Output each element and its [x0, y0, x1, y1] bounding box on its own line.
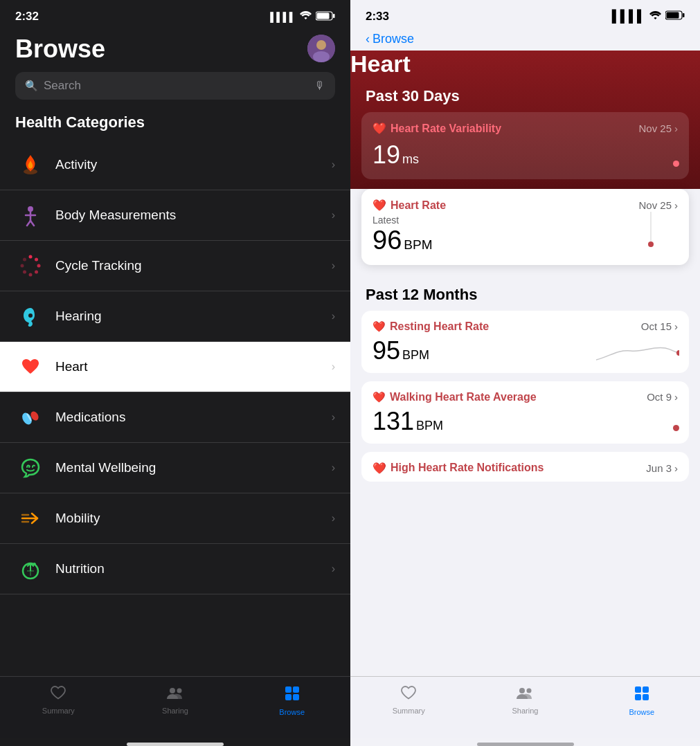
mic-icon[interactable]: 🎙: [314, 80, 325, 92]
svg-point-20: [23, 258, 26, 262]
right-summary-icon: [400, 685, 417, 704]
battery-icon: [316, 11, 335, 23]
chevron-icon: ›: [332, 310, 335, 322]
hrv-card-date: Nov 25 ›: [638, 122, 678, 134]
category-item-heart[interactable]: Heart ›: [0, 342, 350, 392]
category-item-mental-wellbeing[interactable]: Mental Wellbeing ›: [0, 443, 350, 493]
resting-heart-rate-card[interactable]: ❤️ Resting Heart Rate Oct 15 › 95BPM: [361, 311, 689, 373]
nav-item-browse[interactable]: Browse: [233, 682, 350, 719]
right-time: 2:33: [366, 10, 389, 24]
medications-icon: [15, 402, 46, 433]
high-heart-rate-card[interactable]: ❤️ High Heart Rate Notifications Jun 3 ›: [361, 452, 689, 482]
hrv-chevron-icon: ›: [674, 122, 678, 134]
search-input[interactable]: Search: [44, 79, 309, 93]
high-hr-card-title: ❤️ High Heart Rate Notifications: [373, 462, 544, 475]
avatar[interactable]: [307, 35, 335, 62]
svg-point-17: [29, 273, 33, 277]
right-nav-item-sharing[interactable]: Sharing: [467, 682, 583, 719]
past12-section-title: Past 12 Months: [350, 273, 700, 311]
walking-heart-rate-card[interactable]: ❤️ Walking Heart Rate Average Oct 9 › 13…: [361, 381, 689, 444]
category-item-nutrition[interactable]: Nutrition ›: [0, 544, 350, 594]
hrv-value: 19ms: [373, 140, 678, 170]
back-nav[interactable]: ‹ Browse: [350, 29, 700, 51]
right-battery-icon: [665, 10, 685, 24]
resting-chart: [596, 336, 679, 363]
high-hr-card-date: Jun 3 ›: [646, 462, 678, 474]
svg-point-18: [23, 271, 26, 274]
hrv-heart-icon: ❤️: [373, 122, 386, 135]
high-hr-chevron-icon: ›: [674, 462, 678, 474]
svg-point-5: [313, 51, 330, 62]
walking-dot: [673, 425, 679, 431]
chevron-icon: ›: [332, 462, 335, 474]
svg-rect-39: [667, 12, 679, 19]
left-status-icons: ▌▌▌▌: [270, 11, 335, 23]
right-wifi-icon: [649, 10, 661, 24]
svg-point-21: [28, 313, 33, 318]
category-name-body-measurements: Body Measurements: [55, 208, 332, 223]
left-bottom-nav: Summary Sharing: [0, 676, 350, 738]
heart-section-bg: Heart Past 30 Days ❤️ Heart Rate Variabi…: [350, 51, 700, 189]
svg-rect-33: [285, 686, 291, 693]
search-bar[interactable]: 🔍 Search 🎙: [15, 72, 335, 100]
body-measurements-icon: [15, 200, 46, 230]
hrv-card[interactable]: ❤️ Heart Rate Variability Nov 25 › 19ms: [361, 112, 689, 179]
svg-rect-2: [317, 12, 330, 19]
summary-icon: [50, 685, 66, 704]
svg-rect-48: [643, 694, 649, 700]
resting-card-header: ❤️ Resting Heart Rate Oct 15 ›: [373, 320, 678, 333]
category-name-hearing: Hearing: [55, 309, 332, 324]
hearing-icon: [15, 301, 46, 331]
right-home-indicator: [477, 743, 574, 746]
hrv-unit: ms: [402, 152, 419, 166]
nav-label-summary: Summary: [42, 707, 75, 715]
svg-point-43: [519, 688, 525, 693]
category-item-hearing[interactable]: Hearing ›: [0, 291, 350, 342]
hrv-card-title: ❤️ Heart Rate Variability: [373, 122, 501, 135]
category-name-mobility: Mobility: [55, 511, 332, 526]
sharing-icon: [166, 685, 184, 704]
past12-section: Past 12 Months ❤️ Resting Heart Rate Oct…: [350, 271, 700, 676]
nav-label-sharing: Sharing: [162, 707, 188, 715]
category-name-nutrition: Nutrition: [55, 561, 332, 576]
cycle-tracking-icon: [15, 251, 46, 281]
signal-icon: ▌▌▌▌: [270, 12, 296, 22]
category-name-activity: Activity: [55, 157, 332, 172]
category-item-body-measurements[interactable]: Body Measurements ›: [0, 190, 350, 241]
category-item-medications[interactable]: Medications ›: [0, 392, 350, 443]
back-button[interactable]: ‹ Browse: [366, 32, 685, 46]
category-name-mental-wellbeing: Mental Wellbeing: [55, 460, 332, 475]
left-time: 2:32: [15, 10, 39, 24]
right-nav-label-browse: Browse: [629, 708, 654, 716]
high-hr-heart-icon: ❤️: [373, 462, 386, 475]
nav-item-summary[interactable]: Summary: [0, 682, 117, 719]
resting-card-title: ❤️ Resting Heart Rate: [373, 320, 489, 333]
resting-chevron-icon: ›: [674, 320, 678, 332]
left-panel: 2:32 ▌▌▌▌ Browse: [0, 0, 350, 746]
right-browse-icon: [634, 685, 650, 706]
right-nav-item-browse[interactable]: Browse: [584, 682, 700, 719]
left-home-indicator: [127, 743, 224, 746]
category-item-mobility[interactable]: Mobility ›: [0, 493, 350, 544]
chevron-icon: ›: [332, 158, 335, 171]
chevron-icon: ›: [332, 361, 335, 373]
walking-unit: BPM: [416, 419, 443, 433]
svg-point-44: [527, 689, 532, 693]
category-item-cycle-tracking[interactable]: Cycle Tracking ›: [0, 241, 350, 291]
svg-point-14: [35, 258, 38, 262]
svg-rect-47: [635, 694, 641, 700]
heart-rate-card[interactable]: ❤️ Heart Rate Nov 25 › Latest 96BPM: [361, 189, 689, 265]
right-nav-item-summary[interactable]: Summary: [350, 682, 467, 719]
nav-item-sharing[interactable]: Sharing: [117, 682, 234, 719]
chevron-icon: ›: [332, 209, 335, 221]
chevron-icon: ›: [332, 411, 335, 424]
right-status-icons: ▌▌▌▌: [612, 10, 685, 24]
right-sharing-icon: [516, 685, 534, 704]
search-icon: 🔍: [25, 80, 38, 92]
back-label: Browse: [373, 32, 414, 46]
walking-chevron-icon: ›: [674, 391, 678, 403]
nutrition-icon: [15, 554, 46, 584]
svg-rect-34: [293, 686, 299, 693]
category-item-activity[interactable]: Activity ›: [0, 140, 350, 190]
chevron-icon: ›: [332, 260, 335, 272]
